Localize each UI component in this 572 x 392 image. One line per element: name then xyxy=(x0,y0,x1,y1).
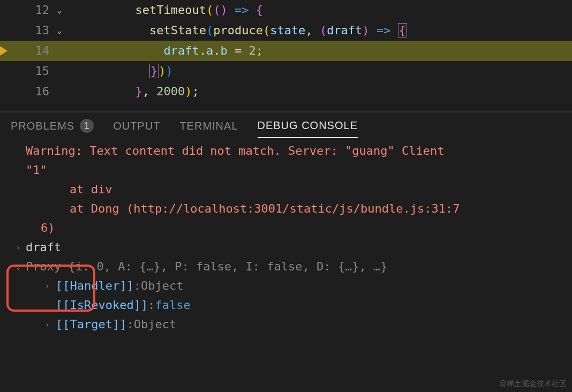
code-content[interactable]: draft.a.b = 2; xyxy=(64,41,263,61)
code-editor[interactable]: 12⌄ setTimeout(() => {13⌄ setState(produ… xyxy=(0,0,572,102)
debug-console[interactable]: Warning: Text content did not match. Ser… xyxy=(0,138,572,334)
code-token: ) xyxy=(165,64,172,78)
code-token: => xyxy=(377,24,391,37)
code-token: . xyxy=(199,44,206,57)
fold-chevron-icon[interactable]: ⌄ xyxy=(57,0,62,20)
target-value: Object xyxy=(134,315,176,334)
gutter[interactable]: 15 xyxy=(0,61,64,81)
code-token: produce xyxy=(213,24,263,37)
code-token: => xyxy=(235,3,249,17)
tab-output-label: OUTPUT xyxy=(113,120,160,132)
code-token xyxy=(370,24,377,37)
tab-debug-console[interactable]: DEBUG CONSOLE xyxy=(258,119,358,138)
code-token: a xyxy=(206,44,213,57)
code-token: draft xyxy=(327,24,362,37)
code-token: b xyxy=(220,44,227,57)
line-number: 12 xyxy=(35,0,50,20)
code-token: . xyxy=(213,44,220,57)
code-token xyxy=(249,3,255,17)
code-token: setTimeout xyxy=(135,3,206,17)
code-content[interactable]: }, 2000); xyxy=(64,81,199,102)
gutter[interactable]: 16 xyxy=(0,81,64,102)
handler-key: [[Handler]] xyxy=(56,276,134,296)
isrevoked-row[interactable]: [[IsRevoked]] : false xyxy=(11,296,572,315)
code-line[interactable]: 14 draft.a.b = 2; xyxy=(0,41,572,61)
code-token: ( xyxy=(263,24,270,37)
expand-chevron-icon[interactable]: › xyxy=(45,276,56,296)
tab-problems[interactable]: PROBLEMS 1 xyxy=(11,119,94,138)
code-token: draft xyxy=(163,44,199,57)
code-token: ) xyxy=(159,64,165,78)
code-line[interactable]: 15 })) xyxy=(0,61,572,81)
line-number: 16 xyxy=(35,81,50,102)
console-input-text: draft xyxy=(26,238,61,257)
console-output-row[interactable]: ⌄ Proxy {i: 0, A: {…}, P: false, I: fals… xyxy=(11,257,572,276)
code-token: ) xyxy=(220,3,227,17)
code-token: , xyxy=(305,24,320,37)
warning-line-2: "1" xyxy=(26,161,572,180)
input-chevron-icon: › xyxy=(11,238,26,257)
code-token: ) xyxy=(362,24,369,37)
expand-chevron-icon[interactable]: › xyxy=(45,315,56,334)
gutter[interactable]: 13⌄ xyxy=(0,20,64,41)
colon: : xyxy=(126,315,133,334)
code-token: , xyxy=(142,85,157,98)
warning-at-dong-end: 6) xyxy=(26,218,572,238)
code-token: 2000 xyxy=(156,85,185,98)
console-input-row[interactable]: › draft xyxy=(11,238,572,257)
code-token: setState xyxy=(149,24,206,37)
code-token xyxy=(390,24,397,37)
gutter[interactable]: 14 xyxy=(0,41,64,61)
isrevoked-value: false xyxy=(155,296,190,315)
code-token: { xyxy=(398,23,407,37)
code-line[interactable]: 12⌄ setTimeout(() => { xyxy=(0,0,572,20)
panel-tabs: PROBLEMS 1 OUTPUT TERMINAL DEBUG CONSOLE xyxy=(0,112,572,138)
line-number: 14 xyxy=(35,41,50,61)
warning-at-div: at div xyxy=(26,180,572,199)
code-token: state xyxy=(270,24,305,37)
line-number: 15 xyxy=(35,61,50,81)
code-line[interactable]: 13⌄ setState(produce(state, (draft) => { xyxy=(0,20,572,41)
code-token: ( xyxy=(206,24,213,37)
colon: : xyxy=(148,296,155,315)
proxy-output: Proxy {i: 0, A: {…}, P: false, I: false,… xyxy=(26,257,388,276)
handler-value: Object xyxy=(141,276,183,296)
code-token: ( xyxy=(206,3,213,17)
code-token: ; xyxy=(192,85,199,98)
line-number: 13 xyxy=(35,20,50,41)
console-warning: Warning: Text content did not match. Ser… xyxy=(11,141,572,238)
tab-output[interactable]: OUTPUT xyxy=(113,120,160,138)
fold-chevron-icon[interactable]: ⌄ xyxy=(57,20,62,41)
watermark: @稀土掘金技术社区 xyxy=(499,379,567,389)
warning-line-1: Warning: Text content did not match. Ser… xyxy=(26,141,572,161)
target-key: [[Target]] xyxy=(56,315,126,334)
code-line[interactable]: 16 }, 2000); xyxy=(0,81,572,102)
code-token xyxy=(228,3,235,17)
code-token: = xyxy=(228,44,249,57)
gutter[interactable]: 12⌄ xyxy=(0,0,64,20)
expand-chevron-icon[interactable]: ⌄ xyxy=(11,257,26,276)
code-token: ( xyxy=(213,3,220,17)
code-token: } xyxy=(149,64,159,78)
tab-terminal-label: TERMINAL xyxy=(179,120,238,132)
code-content[interactable]: setState(produce(state, (draft) => { xyxy=(64,20,407,41)
warning-at-dong: at Dong (http://localhost:3001/static/js… xyxy=(26,199,572,218)
breakpoint-icon[interactable] xyxy=(0,46,7,56)
code-content[interactable]: })) xyxy=(64,61,173,81)
problems-badge: 1 xyxy=(80,119,94,133)
code-token: ) xyxy=(185,85,192,98)
code-token: { xyxy=(256,3,263,17)
target-row[interactable]: › [[Target]] : Object xyxy=(11,315,572,334)
code-content[interactable]: setTimeout(() => { xyxy=(64,0,263,20)
tab-terminal[interactable]: TERMINAL xyxy=(179,120,238,138)
code-token: } xyxy=(135,85,142,98)
tab-debug-console-label: DEBUG CONSOLE xyxy=(258,119,358,132)
tab-problems-label: PROBLEMS xyxy=(11,120,74,132)
colon: : xyxy=(134,276,141,296)
handler-row[interactable]: › [[Handler]] : Object xyxy=(11,276,572,296)
isrevoked-key: [[IsRevoked]] xyxy=(56,296,148,315)
code-token: ( xyxy=(320,24,327,37)
code-token: ; xyxy=(256,44,263,57)
code-token: 2 xyxy=(249,44,255,57)
